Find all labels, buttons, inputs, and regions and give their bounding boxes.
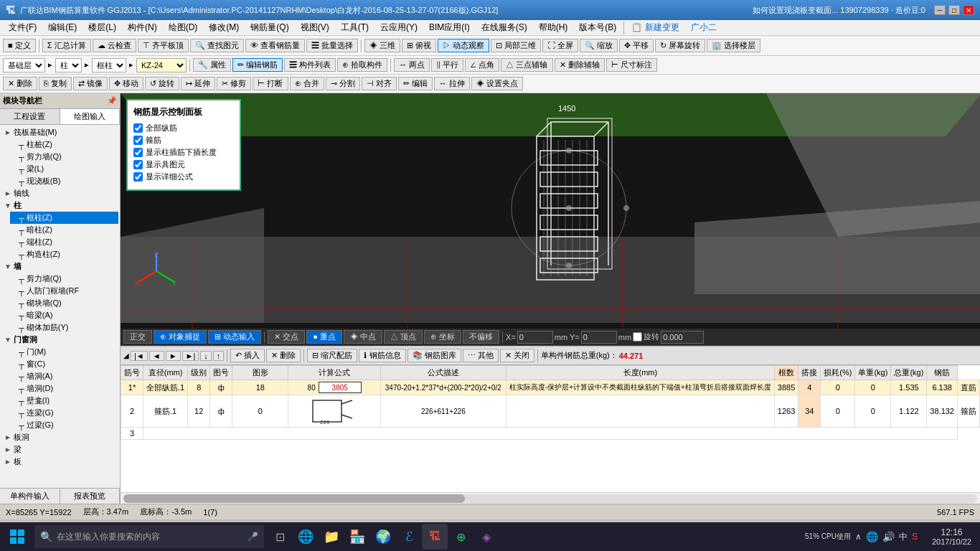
taskbar-icon-ggj[interactable]: 🏗 xyxy=(422,524,448,550)
btn-top-view[interactable]: ⊞ 俯视 xyxy=(402,39,436,52)
check-show-element-input[interactable] xyxy=(133,160,143,169)
viewport[interactable]: 1450 Y X Z 钢筋显示控制面板 全部纵筋 xyxy=(121,93,980,329)
btn-vertex[interactable]: △ 顶点 xyxy=(384,330,423,344)
x-input[interactable] xyxy=(517,331,553,344)
check-detail-formula-input[interactable] xyxy=(133,172,143,182)
btn-pick-element[interactable]: ⊕ 拾取构件 xyxy=(337,58,387,72)
taskbar-icon-chrome[interactable]: 🌍 xyxy=(370,524,396,550)
btn-other[interactable]: ⋯ 其他 xyxy=(463,349,499,362)
btn-midpoint[interactable]: ● 重点 xyxy=(306,330,342,344)
tab-draw-input[interactable]: 绘图输入 xyxy=(60,109,121,124)
btn-zoom[interactable]: 🔍 缩放 xyxy=(580,39,618,52)
btn-point-angle[interactable]: ∠ 点角 xyxy=(465,58,499,72)
tree-item-struct-col[interactable]: ┬构造柱(Z) xyxy=(10,248,118,260)
rotate-input[interactable] xyxy=(661,331,704,344)
taskbar-icon-ie[interactable]: ℰ xyxy=(396,524,422,550)
tree-item-over-beam[interactable]: ┬过梁(G) xyxy=(10,419,118,431)
menu-draw[interactable]: 绘图(D) xyxy=(163,20,204,35)
tree-item-frame-col[interactable]: ┬框柱(Z) xyxy=(10,212,118,224)
check-all-rebar[interactable]: 全部纵筋 xyxy=(133,123,234,133)
tree-item-pile[interactable]: ┬柱桩(Z) xyxy=(10,138,118,151)
tree-item-slabs[interactable]: ► 板 xyxy=(1,456,118,468)
element-subtype-select[interactable]: 框柱 xyxy=(92,58,126,72)
btn-rebar-info[interactable]: ℹ 钢筋信息 xyxy=(359,349,405,362)
btn-delete[interactable]: ✕ 删除 xyxy=(3,77,37,90)
btn-orthogonal[interactable]: 正交 xyxy=(123,330,152,344)
menu-version[interactable]: 版本号(B) xyxy=(573,20,622,35)
taskbar-icon-app1[interactable]: ⊕ xyxy=(448,524,473,550)
btn-sum[interactable]: Σ 汇总计算 xyxy=(42,39,91,52)
btn-extend[interactable]: ↦ 延伸 xyxy=(181,77,215,90)
btn-dynamic-observe[interactable]: ▷ 动态观察 xyxy=(438,39,489,52)
tree-item-coupling-beam[interactable]: ┬连梁(G) xyxy=(10,407,118,419)
btn-merge[interactable]: ⊕ 合并 xyxy=(290,77,324,90)
element-id-select[interactable]: KZ-24 xyxy=(136,58,187,72)
btn-view-rebar[interactable]: 👁 查看钢筋量 xyxy=(245,39,305,52)
tree-item-axis[interactable]: ► 轴线 xyxy=(1,187,118,199)
btn-fullscreen[interactable]: ⛶ 全屏 xyxy=(542,39,578,52)
tree-item-niche[interactable]: ┬壁龛(I) xyxy=(10,395,118,407)
tray-icon-ime[interactable]: 中 xyxy=(899,531,908,543)
tree-item-wall-beam[interactable]: ┬暗梁(A) xyxy=(10,309,118,321)
tree-item-dark-col[interactable]: ┬暗柱(Z) xyxy=(10,224,118,236)
btn-midpoint2[interactable]: ◈ 中点 xyxy=(344,330,382,344)
btn-three-points[interactable]: △ 三点辅轴 xyxy=(501,58,552,72)
btn-no-offset[interactable]: 不偏移 xyxy=(463,330,499,344)
minimize-button[interactable]: ─ xyxy=(934,5,946,15)
menu-element[interactable]: 构件(N) xyxy=(122,20,163,35)
btn-nav-up[interactable]: ↑ xyxy=(213,351,225,361)
table-row[interactable]: 2 箍筋.1 12 ф 0 226 xyxy=(121,395,980,428)
btn-nav-first[interactable]: |◄ xyxy=(131,351,148,361)
tray-icon-network[interactable]: 🌐 xyxy=(866,531,878,542)
menu-cloud[interactable]: 云应用(Y) xyxy=(374,20,423,35)
menu-modify[interactable]: 修改(M) xyxy=(203,20,245,35)
tree-item-wall-shear[interactable]: ┬剪力墙(Q) xyxy=(10,273,118,285)
btn-3d[interactable]: ◈ 三维 xyxy=(364,39,400,52)
btn-select-floor[interactable]: 🏢 选择楼层 xyxy=(707,39,760,52)
btn-property[interactable]: 🔧 属性 xyxy=(193,58,231,72)
btn-nav-last[interactable]: ►| xyxy=(182,351,199,361)
btn-set-grip[interactable]: ◈ 设置夹点 xyxy=(471,77,523,90)
menu-online[interactable]: 在线服务(S) xyxy=(476,20,533,35)
btn-two-points[interactable]: ↔ 两点 xyxy=(394,58,430,72)
btn-scale-rebar[interactable]: ⊟ 缩尺配筋 xyxy=(307,349,357,362)
taskbar-icon-edge[interactable]: 🌐 xyxy=(293,524,319,550)
panel-pin[interactable]: 📌 xyxy=(107,96,117,105)
btn-align[interactable]: ⊣ 对齐 xyxy=(362,77,397,90)
h-scrollbar[interactable] xyxy=(123,494,977,503)
btn-parallel[interactable]: ∥ 平行 xyxy=(431,58,463,72)
btn-screen-rotate[interactable]: ↻ 屏幕旋转 xyxy=(655,39,705,52)
check-detail-formula[interactable]: 显示详细公式 xyxy=(133,171,234,182)
btn-report-preview[interactable]: 报表预览 xyxy=(60,489,121,504)
taskbar-icon-task-view[interactable]: ⊡ xyxy=(267,524,293,550)
tree-item-beam[interactable]: ┬梁(L) xyxy=(10,163,118,175)
menu-file[interactable]: 文件(F) xyxy=(3,20,42,35)
rebar-table[interactable]: 筋号 直径(mm) 级别 图号 图形 计算公式 公式描述 长度(mm) 根数 搭… xyxy=(121,365,980,492)
btn-move[interactable]: ✥ 移动 xyxy=(109,77,143,90)
tray-icon-s[interactable]: S xyxy=(912,532,918,542)
btn-nav-next[interactable]: ► xyxy=(166,351,181,361)
menu-rebar-qty[interactable]: 钢筋量(Q) xyxy=(245,20,294,35)
tree-item-wall-block[interactable]: ┬砌块墙(Q) xyxy=(10,297,118,309)
taskbar-icon-app2[interactable]: ◈ xyxy=(473,524,499,550)
table-row[interactable]: 3 xyxy=(121,428,980,440)
tree-item-slab[interactable]: ┬现浇板(B) xyxy=(10,175,118,187)
check-stirrup[interactable]: 箍筋 xyxy=(133,135,234,146)
btn-rotate[interactable]: ↺ 旋转 xyxy=(145,77,179,90)
btn-delete-row[interactable]: ✕ 删除 xyxy=(266,349,301,362)
menu-edit[interactable]: 编辑(E) xyxy=(42,20,83,35)
table-row[interactable]: 1* 全部纵筋.1 8 ф 18 80 3805 xyxy=(121,380,980,395)
btn-break[interactable]: ⊢ 打断 xyxy=(253,77,288,90)
tree-item-masonry-rebar[interactable]: ┬砌体加筋(Y) xyxy=(10,321,118,334)
tree-group-column[interactable]: ▼ 柱 xyxy=(1,199,118,212)
tree-item-beams[interactable]: ► 梁 xyxy=(1,443,118,456)
menu-floor[interactable]: 楼层(L) xyxy=(83,20,122,35)
btn-trim[interactable]: ✂ 修剪 xyxy=(217,77,251,90)
tray-icon-sound[interactable]: 🔊 xyxy=(882,531,895,542)
menu-new-change[interactable]: 📋 新建变更 xyxy=(626,20,684,35)
btn-coord[interactable]: ⊕ 坐标 xyxy=(424,330,461,344)
btn-element-list[interactable]: ☰ 构件列表 xyxy=(284,58,336,72)
search-bar[interactable]: 🔍 在这里输入你要搜索的内容 🎤 xyxy=(34,525,264,548)
check-insert-length-input[interactable] xyxy=(133,148,143,157)
maximize-button[interactable]: □ xyxy=(948,5,960,15)
